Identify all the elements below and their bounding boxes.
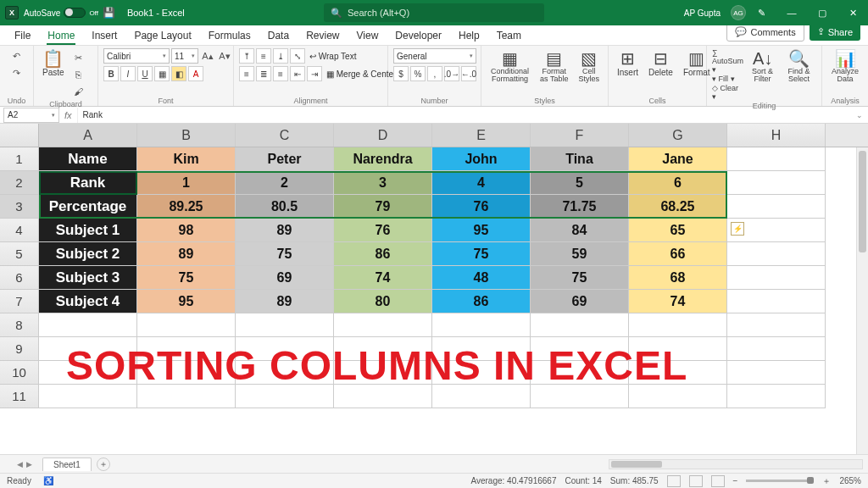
number-format-combo[interactable]: General▾	[393, 48, 476, 64]
cell[interactable]: 76	[432, 195, 531, 219]
tab-home[interactable]: Home	[40, 26, 82, 45]
col-header[interactable]: C	[236, 124, 334, 147]
accessibility-icon[interactable]: ♿	[43, 476, 53, 485]
row-header[interactable]: 10	[0, 361, 39, 385]
row-header[interactable]: 6	[0, 266, 39, 290]
zoom-slider[interactable]	[746, 480, 814, 482]
cut-icon[interactable]: ✂	[71, 50, 86, 65]
formula-input[interactable]: Rank	[77, 108, 856, 123]
normal-view-icon[interactable]	[667, 475, 681, 487]
tab-page-layout[interactable]: Page Layout	[126, 26, 198, 45]
cell[interactable]	[727, 147, 826, 171]
fx-icon[interactable]: fx	[64, 110, 72, 120]
share-button[interactable]: ⇪ Share	[810, 23, 860, 41]
cell[interactable]: Rank	[39, 171, 137, 195]
cell[interactable]: 1	[137, 171, 236, 195]
font-color-button[interactable]: A	[188, 66, 203, 81]
account-avatar[interactable]: AG	[731, 5, 746, 20]
col-header[interactable]: H	[727, 124, 826, 147]
zoom-in-icon[interactable]: ＋	[822, 475, 831, 487]
font-size-combo[interactable]: 11▾	[171, 48, 198, 64]
tab-developer[interactable]: Developer	[387, 26, 449, 45]
cell[interactable]	[236, 313, 334, 337]
sheet-tab[interactable]: Sheet1	[42, 458, 92, 471]
cell[interactable]: 75	[432, 242, 531, 266]
tab-file[interactable]: File	[7, 26, 38, 45]
row-header[interactable]: 5	[0, 242, 39, 266]
col-header[interactable]: E	[432, 124, 531, 147]
search-input[interactable]: 🔍 Search (Alt+Q)	[324, 3, 544, 22]
cell[interactable]	[727, 242, 826, 266]
cell[interactable]: Subject 3	[39, 266, 137, 290]
decrease-decimal-icon[interactable]: ←.0	[461, 66, 476, 81]
delete-cells-button[interactable]: ⊟Delete	[645, 48, 676, 79]
expand-formula-bar-icon[interactable]: ⌄	[856, 111, 863, 119]
redo-icon[interactable]: ↷	[9, 65, 25, 80]
cell[interactable]: 6	[629, 171, 727, 195]
cell[interactable]: 74	[629, 290, 727, 313]
account-name[interactable]: AP Gupta	[684, 8, 721, 18]
save-icon[interactable]: 💾	[103, 7, 115, 19]
row-header[interactable]: 1	[0, 147, 39, 171]
cell[interactable]: 3	[334, 171, 432, 195]
cell[interactable]	[432, 313, 531, 337]
cell[interactable]: 69	[236, 266, 334, 290]
sheet-nav-prev-icon[interactable]: ◀	[17, 460, 23, 469]
align-center-icon[interactable]: ≣	[256, 66, 271, 81]
tab-formulas[interactable]: Formulas	[201, 26, 259, 45]
font-name-combo[interactable]: Calibri▾	[103, 48, 170, 64]
tab-help[interactable]: Help	[451, 26, 487, 45]
fill-color-button[interactable]: ◧	[171, 66, 186, 81]
fill-button[interactable]: ▾ Fill ▾	[712, 75, 743, 83]
cell[interactable]: Name	[39, 147, 137, 171]
wrap-text-button[interactable]: ↩ Wrap Text	[307, 48, 373, 64]
cell[interactable]: 59	[531, 242, 629, 266]
comma-icon[interactable]: ,	[427, 66, 442, 81]
currency-icon[interactable]: $	[393, 66, 409, 81]
cell[interactable]: Kim	[137, 147, 236, 171]
percent-icon[interactable]: %	[410, 66, 426, 81]
underline-button[interactable]: U	[137, 66, 153, 81]
cell[interactable]: 89	[236, 290, 334, 313]
cell[interactable]: 95	[137, 290, 236, 313]
row-header[interactable]: 3	[0, 195, 39, 219]
row-header[interactable]: 11	[0, 385, 39, 408]
new-sheet-button[interactable]: ＋	[97, 458, 110, 471]
page-break-view-icon[interactable]	[711, 475, 725, 487]
cell[interactable]: 74	[334, 266, 432, 290]
col-header[interactable]: F	[531, 124, 629, 147]
cell[interactable]: 95	[432, 219, 531, 242]
row-header[interactable]: 8	[0, 313, 39, 337]
sort-filter-button[interactable]: A↓Sort & Filter	[747, 48, 778, 85]
insert-cells-button[interactable]: ⊞Insert	[614, 48, 642, 79]
bold-button[interactable]: B	[103, 66, 119, 81]
name-box[interactable]: A2▾	[3, 108, 59, 123]
cell[interactable]: Tina	[531, 147, 629, 171]
cell[interactable]: 89.25	[137, 195, 236, 219]
vertical-scrollbar[interactable]	[856, 147, 868, 454]
tab-review[interactable]: Review	[298, 26, 347, 45]
cell[interactable]: 75	[236, 242, 334, 266]
zoom-value[interactable]: 265%	[839, 476, 861, 485]
worksheet-grid[interactable]: A B C D E F G H 1 Name Kim Peter Narendr…	[0, 124, 868, 454]
cell[interactable]: Subject 1	[39, 219, 137, 242]
cell[interactable]: 80	[334, 290, 432, 313]
cell[interactable]: 86	[334, 242, 432, 266]
decrease-font-icon[interactable]: A▾	[217, 48, 232, 64]
autosave-toggle[interactable]: AutoSave Off	[24, 8, 98, 18]
cell[interactable]: John	[432, 147, 531, 171]
format-painter-icon[interactable]: 🖌	[71, 84, 86, 99]
align-bottom-icon[interactable]: ⤓	[273, 48, 288, 64]
borders-button[interactable]: ▦	[154, 66, 170, 81]
pen-icon[interactable]: ✎	[746, 0, 776, 25]
paste-button[interactable]: 📋 Paste	[39, 48, 68, 79]
italic-button[interactable]: I	[120, 66, 136, 81]
horizontal-scrollbar[interactable]	[609, 459, 863, 469]
tab-team[interactable]: Team	[489, 26, 529, 45]
clear-button[interactable]: ◇ Clear ▾	[712, 84, 743, 101]
row-header[interactable]: 4	[0, 219, 39, 242]
cell[interactable]	[727, 171, 826, 195]
cell[interactable]: Peter	[236, 147, 334, 171]
increase-font-icon[interactable]: A▴	[200, 48, 215, 64]
increase-decimal-icon[interactable]: .0→	[444, 66, 459, 81]
